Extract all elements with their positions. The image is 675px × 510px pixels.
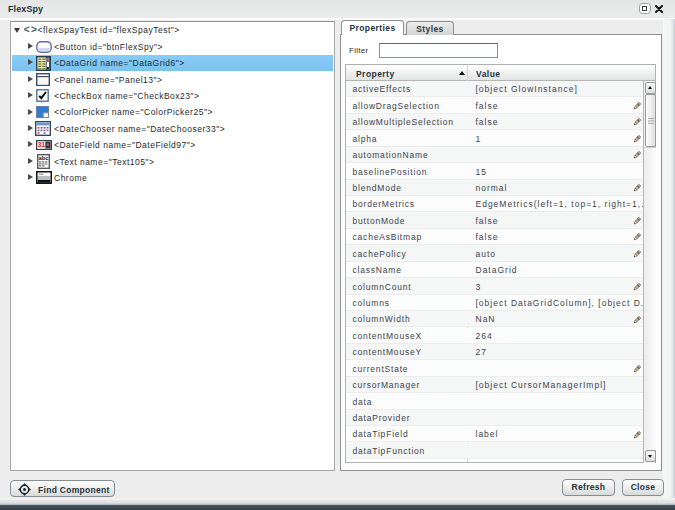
- svg-text:abc: abc: [38, 155, 49, 161]
- svg-text:31: 31: [37, 141, 45, 148]
